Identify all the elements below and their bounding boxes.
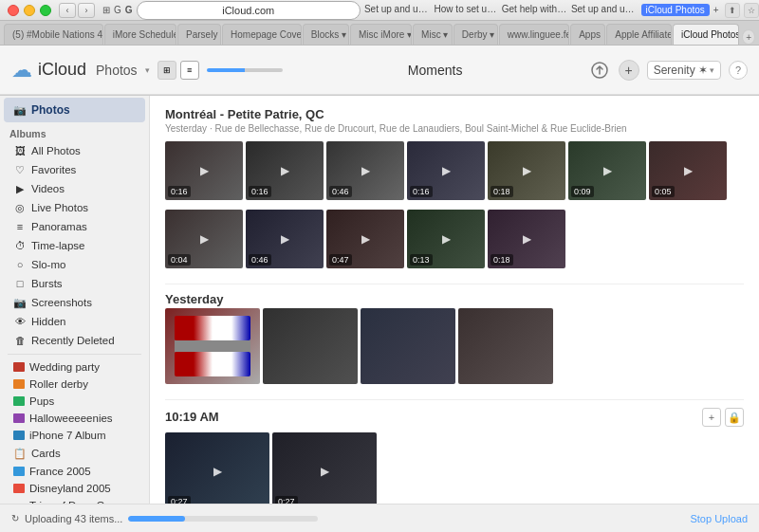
sidebar-item-roller-derby[interactable]: Roller derby — [4, 376, 145, 393]
duration-label: 0:18 — [491, 254, 513, 266]
grid-view-button[interactable]: ⊞ — [157, 61, 176, 80]
duration-label: 0:16 — [249, 186, 271, 197]
progress-bar-fill — [128, 516, 185, 522]
photo-thumb[interactable]: ▶ 0:47 — [326, 210, 404, 268]
app-toolbar: ☁ iCloud Photos ▾ ⊞ ≡ Moments + Sereni — [0, 46, 759, 95]
list-view-button[interactable]: ≡ — [180, 61, 199, 80]
photo-thumb[interactable]: ▶ 0:46 — [246, 210, 324, 268]
photo-thumb[interactable] — [165, 308, 260, 384]
tab-parsely[interactable]: Parsely — [177, 24, 221, 45]
bookmark-2[interactable]: How to set up and use iCloud... — [435, 4, 499, 16]
tab-apps[interactable]: Apps — [570, 24, 605, 45]
url-field[interactable] — [137, 1, 361, 20]
pups-icon — [13, 396, 25, 406]
photo-thumb[interactable] — [458, 308, 553, 384]
upload-progress: ↻ Uploading 43 items... — [11, 513, 318, 524]
tab-apple-affiliate[interactable]: Apple Affiliate — [606, 24, 672, 45]
photos-dropdown-arrow[interactable]: ▾ — [145, 65, 150, 75]
tab-blocks[interactable]: Blocks ▾ — [303, 24, 349, 45]
add-to-album-button[interactable]: + — [702, 408, 721, 427]
photo-thumb[interactable] — [263, 308, 358, 384]
photo-thumb[interactable]: ▶ 0:46 — [326, 141, 404, 200]
photo-thumb[interactable]: ▶ 0:09 — [568, 141, 646, 200]
photo-thumb[interactable]: ▶ 0:18 — [488, 210, 565, 268]
tab-imore-schedule[interactable]: iMore Schedule — [104, 24, 176, 45]
sync-icon: ↻ — [11, 513, 19, 523]
active-bookmark[interactable]: iCloud Photos — [641, 4, 710, 16]
disneyland2005-icon — [13, 484, 25, 493]
serenity-dropdown-arrow: ▾ — [710, 65, 714, 75]
sidebar-item-panoramas[interactable]: ≡ Panoramas — [4, 217, 145, 236]
photo-thumb[interactable]: ▶ 0:04 — [165, 210, 243, 268]
bookmark-4[interactable]: Set up and use iCloud Photo L... — [571, 4, 639, 16]
bookmark-1[interactable]: Set up and use iCloud Photo L... — [364, 4, 432, 16]
photo-thumb[interactable]: ▶ 0:27 — [272, 432, 377, 504]
photo-thumb[interactable]: ▶ 0:16 — [246, 141, 324, 200]
duration-label: 0:27 — [168, 496, 191, 504]
add-button[interactable]: + — [619, 60, 639, 81]
bookmark-icon[interactable]: ☆ — [744, 3, 759, 18]
new-tab-button[interactable]: + — [742, 29, 755, 45]
window-chrome: ‹ › ⊞ G G Set up and use iCloud Photo L.… — [0, 0, 759, 96]
upload-label: Uploading 43 items... — [25, 513, 122, 524]
back-button[interactable]: ‹ — [59, 3, 76, 18]
photo-thumb[interactable]: ▶ 0:13 — [407, 210, 485, 268]
sidebar-item-pups[interactable]: Pups — [4, 393, 145, 410]
tab-linguee[interactable]: www.linguee.fe — [499, 24, 569, 45]
sidebar-item-screenshots[interactable]: 📷 Screenshots — [4, 293, 145, 312]
sidebar-photos-header[interactable]: 📷 Photos — [4, 98, 145, 122]
photo-thumb[interactable]: ▶ 0:05 — [649, 141, 727, 200]
sidebar-item-bursts[interactable]: □ Bursts — [4, 274, 145, 293]
photo-thumb[interactable]: ▶ 0:18 — [488, 141, 565, 200]
sidebar-item-hidden[interactable]: 👁 Hidden — [4, 312, 145, 331]
photos-label[interactable]: Photos — [96, 63, 138, 78]
section-1019am: 10:19 AM + 🔒 ▶ 0:27 ▶ 0:27 — [165, 408, 744, 504]
sidebar-item-favorites[interactable]: ♡ Favorites — [4, 160, 145, 179]
section2-grid — [165, 308, 744, 384]
zoom-slider[interactable] — [207, 68, 283, 72]
sidebar-item-all-photos[interactable]: 🖼 All Photos — [4, 141, 145, 160]
tab-misc-imore[interactable]: Misc iMore ▾ — [350, 24, 412, 45]
sidebar-divider-1 — [8, 354, 141, 355]
sidebar-item-cards[interactable]: 📋 Cards — [4, 444, 145, 463]
sidebar-item-slomo[interactable]: ○ Slo-mo — [4, 255, 145, 274]
tab-icloud-photos[interactable]: iCloud Photos — [673, 24, 739, 45]
maximize-button[interactable] — [40, 5, 51, 16]
photo-thumb[interactable]: ▶ 0:27 — [165, 432, 269, 504]
sidebar-item-wedding[interactable]: Wedding party — [4, 358, 145, 376]
share-icon[interactable]: ⬆ — [725, 3, 740, 18]
main-content: 📷 Photos Albums 🖼 All Photos ♡ Favorites… — [0, 96, 759, 504]
sidebar-item-iphone7[interactable]: iPhone 7 Album — [4, 427, 145, 444]
section-montreal-subtitle: Yesterday · Rue de Bellechasse, Rue de D… — [165, 123, 744, 134]
sidebar-item-live-photos[interactable]: ◎ Live Photos — [4, 198, 145, 217]
tab-mobile-nations[interactable]: (5) #Mobile Nations 4.5 — [4, 24, 103, 45]
tab-misc[interactable]: Misc ▾ — [413, 24, 453, 45]
sidebar-item-disneyland2005[interactable]: Disneyland 2005 — [4, 480, 145, 497]
upload-button[interactable] — [588, 59, 611, 82]
sidebar-item-france2005[interactable]: France 2005 — [4, 463, 145, 480]
forward-button[interactable]: › — [78, 3, 95, 18]
bursts-icon: □ — [13, 277, 27, 290]
sidebar-item-timelapse[interactable]: ⏱ Time-lapse — [4, 236, 145, 255]
sidebar-item-videos[interactable]: ▶ Videos — [4, 179, 145, 198]
photo-thumb[interactable] — [361, 308, 455, 384]
help-button[interactable]: ? — [729, 61, 748, 80]
plus-tab-icon[interactable]: + — [713, 5, 719, 15]
serenity-selector[interactable]: Serenity ✶ ▾ — [647, 61, 721, 80]
section-yesterday-title: Yesterday — [165, 292, 744, 306]
bookmark-3[interactable]: Get help with iCloud Photo Lib... — [502, 4, 568, 16]
minimize-button[interactable] — [24, 5, 35, 16]
photo-thumb[interactable]: ▶ 0:16 — [407, 141, 485, 200]
sidebar-item-recently-deleted[interactable]: 🗑 Recently Deleted — [4, 331, 145, 350]
close-button[interactable] — [8, 5, 19, 16]
sidebar-item-halloween[interactable]: Halloweeeeenies — [4, 410, 145, 427]
toolbar-center: Moments — [283, 63, 588, 78]
sidebar-item-trips[interactable]: Trips of Days Gone By — [4, 497, 145, 504]
stop-upload-button[interactable]: Stop Upload — [690, 513, 748, 524]
section-1019am-title: 10:19 AM — [165, 410, 219, 424]
tab-derby[interactable]: Derby ▾ — [454, 24, 498, 45]
tab-homepage-cover[interactable]: Homepage Cover — [222, 24, 302, 45]
photo-thumb[interactable]: ▶ 0:16 — [165, 141, 243, 200]
lock-button[interactable]: 🔒 — [725, 408, 744, 427]
halloween-icon — [13, 413, 25, 423]
